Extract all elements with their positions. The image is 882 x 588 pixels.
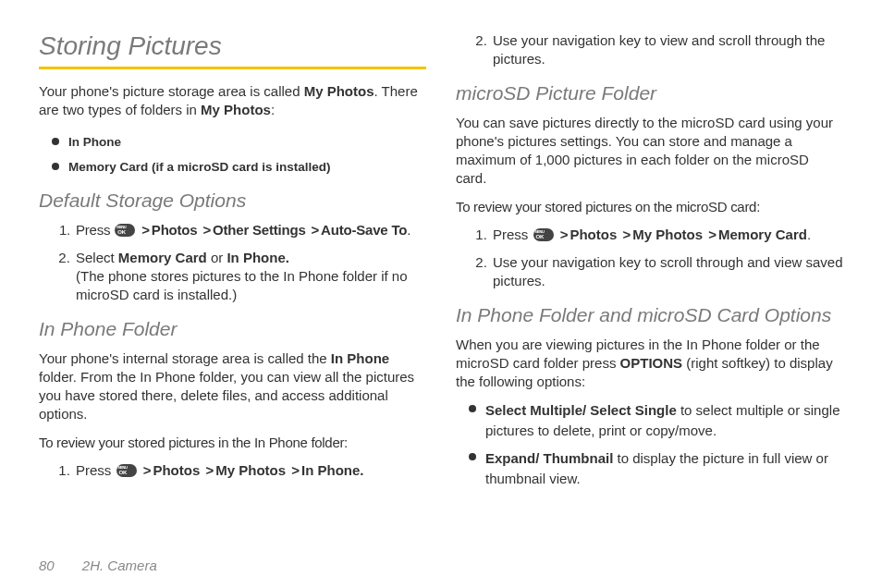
text-bold: Photos <box>152 222 198 238</box>
step-item: Use your navigation key to scroll throug… <box>491 253 843 291</box>
subheading-both-options: In Phone Folder and microSD Card Options <box>456 304 843 326</box>
text: (The phone stores pictures to the In Pho… <box>76 268 408 302</box>
in-phone-steps: Press >Photos >My Photos >In Phone. <box>39 461 426 480</box>
menu-ok-icon <box>533 228 554 241</box>
text: Press <box>493 227 533 242</box>
text-bold: In Phone. <box>301 462 364 478</box>
text-bold: OPTIONS <box>620 355 683 371</box>
menu-ok-icon <box>115 224 135 237</box>
folder-types-list: In Phone Memory Card (if a microSD card … <box>39 133 426 177</box>
microsd-steps: Press >Photos >My Photos >Memory Card. U… <box>456 226 843 291</box>
text: Your phone's picture storage area is cal… <box>39 83 304 99</box>
step-item: Press >Photos >My Photos >Memory Card. <box>491 226 843 244</box>
text: Select <box>76 250 118 265</box>
page-footer: 80 2H. Camera <box>39 557 157 573</box>
page-number: 80 <box>39 557 55 573</box>
chevron-right-icon: > <box>622 227 631 242</box>
options-list: Select Multiple/ Select Single to select… <box>456 400 843 488</box>
subheading-microsd: microSD Picture Folder <box>456 82 843 104</box>
subheading-in-phone: In Phone Folder <box>39 318 426 340</box>
menu-ok-icon <box>116 464 137 477</box>
both-options-para: When you are viewing pictures in the In … <box>456 336 843 392</box>
text-bold: My Photos <box>632 227 703 242</box>
text: Your phone's internal storage area is ca… <box>39 350 331 366</box>
text-bold: In Phone <box>331 350 389 366</box>
step-item: Press >Photos >Other Settings >Auto-Save… <box>74 221 426 239</box>
text-bold: Memory Card <box>118 250 207 265</box>
subheading-default-storage: Default Storage Options <box>39 190 426 212</box>
chevron-right-icon: > <box>202 222 211 238</box>
heading-rule <box>39 67 426 69</box>
text-bold: My Photos <box>215 462 286 478</box>
right-column: Use your navigation key to view and scro… <box>456 31 843 531</box>
chevron-right-icon: > <box>141 222 150 238</box>
list-item: Select Multiple/ Select Single to select… <box>472 400 843 441</box>
text: folder. From the In Phone folder, you ca… <box>39 369 414 423</box>
step-item: Use your navigation key to view and scro… <box>491 31 843 69</box>
text-bold: Photos <box>153 462 200 478</box>
list-item: Memory Card (if a microSD card is instal… <box>55 158 426 177</box>
text-bold: Expand/ Thumbnail <box>485 450 613 466</box>
microsd-para: You can save pictures directly to the mi… <box>456 114 843 189</box>
chevron-right-icon: > <box>143 462 152 478</box>
chevron-right-icon: > <box>291 462 300 478</box>
text: or <box>207 250 227 265</box>
chevron-right-icon: > <box>560 227 569 242</box>
text: : <box>271 102 275 117</box>
section-label: 2H. Camera <box>82 557 157 573</box>
in-phone-review-label: To review your stored pictures in the In… <box>39 434 426 452</box>
in-phone-para: Your phone's internal storage area is ca… <box>39 349 426 424</box>
text-bold: Select Multiple/ Select Single <box>485 402 677 418</box>
chevron-right-icon: > <box>708 227 717 242</box>
list-item: Expand/ Thumbnail to display the picture… <box>472 448 843 489</box>
chevron-right-icon: > <box>205 462 214 478</box>
text: Press <box>76 462 116 478</box>
text-bold: Auto-Save To <box>321 222 407 238</box>
text-bold: My Photos <box>201 102 271 117</box>
text-bold: My Photos <box>304 83 374 99</box>
text-bold: Photos <box>570 227 617 242</box>
left-column: Storing Pictures Your phone's picture st… <box>39 31 426 531</box>
text-bold: In Phone. <box>227 250 289 265</box>
page-columns: Storing Pictures Your phone's picture st… <box>39 31 843 531</box>
list-item: In Phone <box>55 133 426 152</box>
text: Press <box>76 222 114 238</box>
microsd-review-label: To review your stored pictures on the mi… <box>456 198 843 216</box>
continued-steps: Use your navigation key to view and scro… <box>456 31 843 69</box>
step-item: Press >Photos >My Photos >In Phone. <box>74 461 426 480</box>
text-bold: Memory Card <box>718 227 807 242</box>
text-bold: Other Settings <box>213 222 306 238</box>
intro-text: Your phone's picture storage area is cal… <box>39 82 426 120</box>
main-heading: Storing Pictures <box>39 31 426 61</box>
chevron-right-icon: > <box>312 222 320 238</box>
step-item: Select Memory Card or In Phone. (The pho… <box>74 249 426 305</box>
default-storage-steps: Press >Photos >Other Settings >Auto-Save… <box>39 221 426 305</box>
